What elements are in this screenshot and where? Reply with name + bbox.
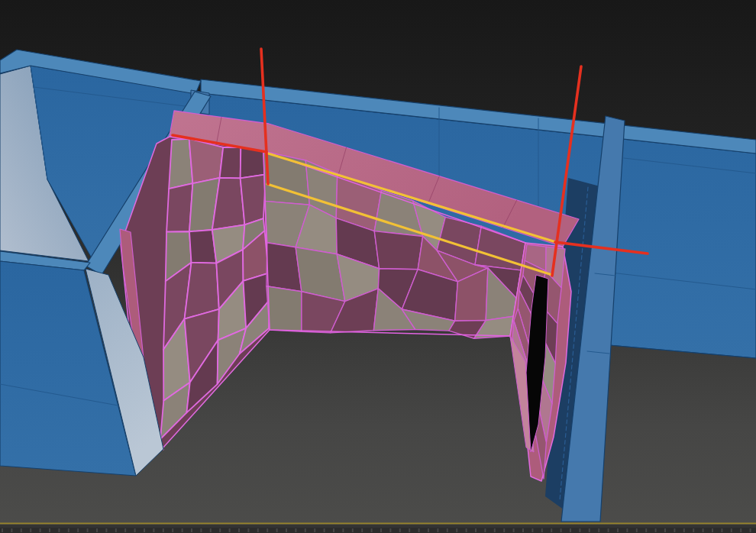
fracture-left-cell[interactable] — [166, 183, 192, 231]
fracture-left-cell[interactable] — [241, 174, 267, 225]
track-bar-tick-strip[interactable] — [0, 528, 756, 533]
viewport-window — [0, 0, 756, 533]
fracture-left-cell[interactable] — [189, 139, 224, 183]
track-bar-ruler-line — [0, 523, 756, 525]
viewport-canvas[interactable] — [0, 0, 756, 533]
fracture-left-cell[interactable] — [220, 147, 241, 179]
fracture-main-cell[interactable] — [267, 286, 302, 331]
fracture-main-cell[interactable] — [374, 231, 422, 270]
